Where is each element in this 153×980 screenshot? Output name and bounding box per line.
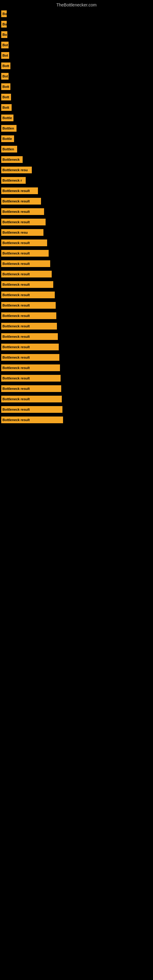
bar-row: Bottlen [0, 123, 153, 134]
bar-label: Bott [2, 64, 9, 68]
bar: Bott [1, 104, 12, 111]
bar-label: Bottle [2, 137, 12, 140]
bar-label: Bottleneck result [2, 251, 30, 255]
bar-row: Bottleneck result [0, 238, 153, 248]
bar: Bottleneck result [1, 302, 56, 309]
bar-row: Bottleneck result [0, 363, 153, 373]
bar: Bottleneck result [1, 344, 59, 350]
bar-label: Bo [2, 22, 7, 26]
bar: Bottleneck result [1, 250, 49, 257]
bar: Bottleneck result [1, 406, 62, 413]
bar: Bottleneck [1, 156, 22, 163]
bar: Bottleneck resu [1, 229, 43, 236]
bar-label: Bottleneck result [2, 199, 30, 203]
bar-row: Bottlen [0, 144, 153, 154]
bar: Bottle [1, 115, 13, 121]
bar-label: Bottle [2, 116, 12, 120]
bar-label: Bottleneck result [2, 304, 30, 307]
bar-label: Bottleneck result [2, 241, 30, 245]
bar: Bo [1, 31, 7, 38]
bar-row: Bottleneck result [0, 404, 153, 415]
bar: Bot [1, 52, 9, 59]
bar: Bo [1, 10, 7, 17]
bar: Bottleneck result [1, 208, 44, 215]
bar-label: Bottleneck result [2, 397, 30, 401]
bar-label: Bottleneck result [2, 220, 30, 224]
bar: Bottleneck result [1, 291, 55, 298]
bar-row: Bottleneck r [0, 175, 153, 186]
bar-label: Bottleneck result [2, 407, 30, 411]
bar-label: Bottleneck result [2, 418, 30, 422]
bar-label: Bottleneck result [2, 376, 30, 380]
bar-label: Bottleneck result [2, 345, 30, 349]
bar-row: Bottleneck result [0, 352, 153, 363]
bar-label: Bottleneck result [2, 272, 30, 276]
bar-row: Bottleneck result [0, 415, 153, 425]
bar-row: Bo [0, 29, 153, 40]
bar-row: Bottleneck result [0, 186, 153, 196]
bar: Bottleneck result [1, 188, 38, 194]
bar-label: Bottleneck result [2, 189, 30, 192]
bar-row: Bottleneck result [0, 394, 153, 404]
bar-row: Bottleneck result [0, 279, 153, 290]
bar: Bottleneck result [1, 417, 63, 423]
bar: Bot [1, 41, 9, 48]
bar-row: Bottleneck result [0, 258, 153, 269]
bar: Bottle [1, 135, 14, 142]
bar-row: Bo [0, 19, 153, 29]
bar-row: Bott [0, 92, 153, 102]
bar-row: Bottleneck [0, 154, 153, 165]
bar-row: Bott [0, 60, 153, 71]
bar: Bottleneck result [1, 323, 57, 329]
bar: Bottleneck result [1, 260, 50, 267]
bar-label: Bo [2, 12, 7, 16]
bar-label: Bottleneck result [2, 293, 30, 297]
bar-row: Bottleneck result [0, 207, 153, 217]
bar: Bottlen [1, 146, 17, 153]
bar-label: Bottlen [2, 147, 14, 151]
bar-row: Bottle [0, 113, 153, 123]
bar-row: Bottleneck result [0, 383, 153, 394]
bar-row: Bottleneck resu [0, 227, 153, 238]
bar: Bottleneck result [1, 385, 61, 392]
bar-label: Bott [2, 85, 9, 89]
bar: Bottleneck result [1, 240, 47, 246]
bar: Bottleneck result [1, 219, 46, 225]
bar: Bott [1, 94, 11, 100]
bar: Bottleneck r [1, 177, 26, 184]
bar-label: Bottleneck resu [2, 231, 28, 234]
bar: Bottleneck result [1, 271, 52, 277]
bar: Bottleneck result [1, 281, 53, 288]
bar-row: Bottleneck result [0, 300, 153, 310]
bar: Bottleneck result [1, 375, 61, 382]
bar: Bottleneck result [1, 333, 58, 340]
bar-row: Bottle [0, 134, 153, 144]
bar-row: Bott [0, 102, 153, 113]
bar: Bottleneck result [1, 312, 56, 319]
bar-label: Bot [2, 75, 8, 78]
bar: Bot [1, 73, 9, 80]
bar-label: Bottleneck resu [2, 168, 28, 172]
bar-label: Bottleneck result [2, 356, 30, 359]
bar-label: Bottleneck result [2, 314, 30, 318]
bar-row: Bottleneck result [0, 321, 153, 331]
bar-row: Bottleneck result [0, 196, 153, 207]
bar-row: Bottleneck result [0, 269, 153, 279]
bar-row: Bottleneck result [0, 310, 153, 321]
bar-label: Bottleneck result [2, 335, 30, 339]
bar-row: Bot [0, 71, 153, 81]
bar: Bottleneck result [1, 198, 41, 205]
bar-row: Bot [0, 50, 153, 60]
bar: Bottleneck result [1, 354, 59, 361]
bar: Bottlen [1, 125, 16, 132]
bar: Bottleneck result [1, 364, 60, 371]
bar-row: Bottleneck result [0, 290, 153, 300]
bar-row: Bottleneck result [0, 342, 153, 352]
bar-row: Bottleneck result [0, 248, 153, 258]
bar-row: Bo [0, 9, 153, 19]
bar-label: Bott [2, 106, 9, 109]
bar-row: Bottleneck resu [0, 165, 153, 175]
bar-row: Bott [0, 81, 153, 92]
bar: Bottleneck result [1, 396, 62, 402]
bar-label: Bo [2, 33, 7, 37]
